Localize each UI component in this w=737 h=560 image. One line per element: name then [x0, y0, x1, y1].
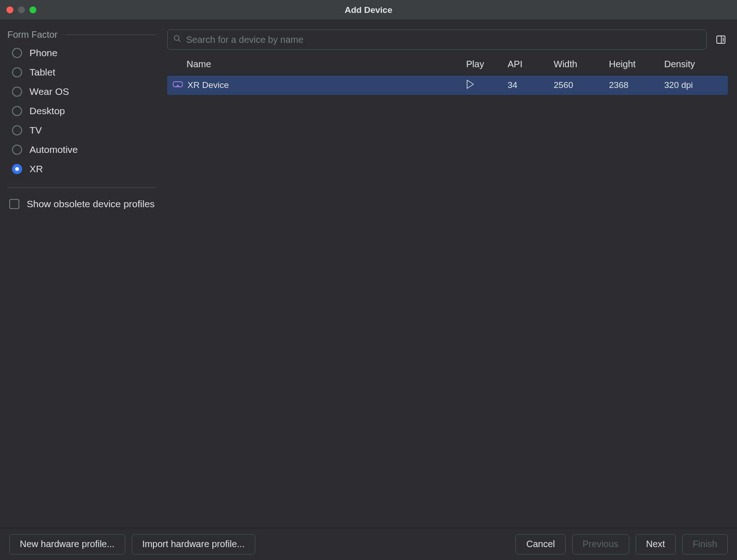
- radio-label: XR: [29, 163, 43, 175]
- obsolete-profiles-checkbox[interactable]: Show obsolete device profiles: [7, 197, 156, 210]
- detail-panel-icon: [715, 34, 726, 45]
- search-input[interactable]: [186, 35, 701, 45]
- radio-circle-icon: [12, 145, 22, 155]
- radio-tablet[interactable]: Tablet: [12, 67, 156, 78]
- th-height[interactable]: Height: [609, 59, 664, 70]
- device-name: XR Device: [187, 80, 229, 90]
- search-icon: [173, 35, 181, 45]
- radio-circle-icon: [12, 125, 22, 135]
- svg-line-1: [178, 40, 181, 42]
- radio-label: Tablet: [29, 67, 55, 78]
- radio-desktop[interactable]: Desktop: [12, 105, 156, 117]
- divider: [7, 187, 156, 188]
- titlebar: Add Device: [0, 0, 737, 20]
- content: Form Factor Phone Tablet Wear OS Desktop: [0, 20, 737, 528]
- finish-button[interactable]: Finish: [682, 534, 728, 554]
- th-play[interactable]: Play: [466, 59, 508, 70]
- radio-circle-selected-icon: [12, 164, 22, 174]
- radio-circle-icon: [12, 106, 22, 116]
- footer: New hardware profile... Import hardware …: [0, 528, 737, 560]
- next-button[interactable]: Next: [636, 534, 676, 554]
- radio-circle-icon: [12, 67, 22, 77]
- cell-api: 34: [508, 80, 554, 90]
- divider: [63, 35, 156, 35]
- radio-xr[interactable]: XR: [12, 163, 156, 175]
- radio-wear-os[interactable]: Wear OS: [12, 86, 156, 97]
- svg-point-0: [174, 35, 179, 41]
- radio-circle-icon: [12, 87, 22, 97]
- xr-device-icon: [173, 80, 183, 90]
- sidebar: Form Factor Phone Tablet Wear OS Desktop: [0, 20, 164, 528]
- minimize-window-button[interactable]: [18, 6, 25, 13]
- th-name[interactable]: Name: [171, 59, 466, 70]
- new-hardware-profile-button[interactable]: New hardware profile...: [9, 534, 125, 554]
- cell-density: 320 dpi: [664, 80, 724, 90]
- import-hardware-profile-button[interactable]: Import hardware profile...: [132, 534, 255, 554]
- radio-label: Automotive: [29, 144, 78, 155]
- radio-circle-icon: [12, 48, 22, 58]
- th-width[interactable]: Width: [554, 59, 609, 70]
- maximize-window-button[interactable]: [29, 6, 36, 13]
- form-factor-label: Form Factor: [7, 29, 58, 40]
- radio-tv[interactable]: TV: [12, 125, 156, 136]
- cell-name: XR Device: [171, 80, 466, 90]
- form-factor-radio-list: Phone Tablet Wear OS Desktop TV Automoti…: [7, 47, 156, 175]
- table-header: Name Play API Width Height Density: [167, 53, 728, 76]
- main-panel: Name Play API Width Height Density XR De…: [164, 20, 737, 528]
- radio-label: TV: [29, 125, 42, 136]
- th-api[interactable]: API: [508, 59, 554, 70]
- toggle-detail-panel-button[interactable]: [714, 33, 728, 47]
- cell-height: 2368: [609, 80, 664, 90]
- cell-play: [466, 80, 508, 91]
- play-store-icon: [466, 81, 474, 91]
- cell-width: 2560: [554, 80, 609, 90]
- radio-automotive[interactable]: Automotive: [12, 144, 156, 155]
- window-title: Add Device: [345, 5, 392, 15]
- th-density[interactable]: Density: [664, 59, 724, 70]
- radio-label: Wear OS: [29, 86, 69, 97]
- previous-button[interactable]: Previous: [572, 534, 629, 554]
- checkbox-label: Show obsolete device profiles: [27, 197, 155, 210]
- search-row: [167, 29, 728, 50]
- radio-label: Phone: [29, 47, 58, 58]
- radio-phone[interactable]: Phone: [12, 47, 156, 58]
- checkbox-icon: [9, 199, 19, 209]
- cancel-button[interactable]: Cancel: [515, 534, 565, 554]
- radio-label: Desktop: [29, 105, 65, 117]
- radio-dot-icon: [15, 167, 19, 171]
- table-row[interactable]: XR Device 34 2560 2368 320 dpi: [167, 76, 728, 95]
- svg-rect-7: [173, 82, 182, 87]
- search-box[interactable]: [167, 29, 707, 50]
- traffic-lights: [0, 6, 36, 13]
- sidebar-header: Form Factor: [7, 29, 156, 40]
- close-window-button[interactable]: [6, 6, 13, 13]
- device-table: Name Play API Width Height Density XR De…: [167, 53, 728, 528]
